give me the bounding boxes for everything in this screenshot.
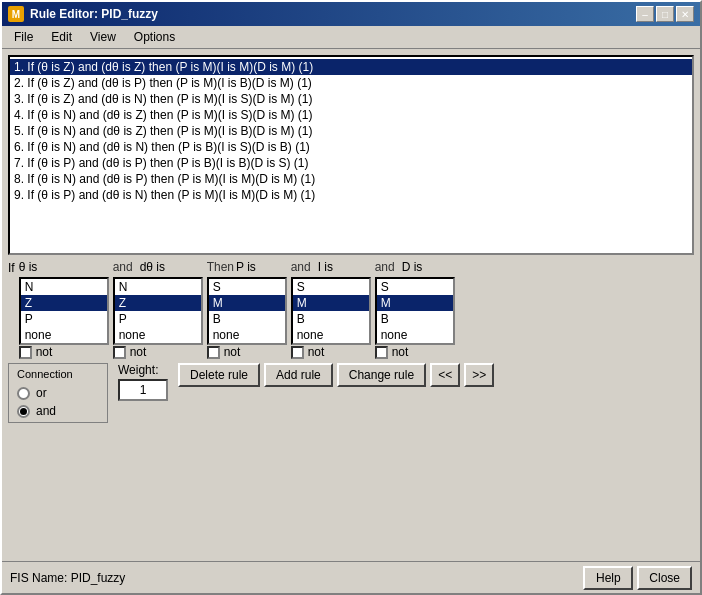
- listbox-item[interactable]: N: [21, 279, 107, 295]
- status-bar: FIS Name: PID_fuzzy Help Close: [2, 561, 700, 593]
- minimize-button[interactable]: –: [636, 6, 654, 22]
- app-icon: M: [8, 6, 24, 22]
- prev-button[interactable]: <<: [430, 363, 460, 387]
- connector-label-3: and: [291, 260, 316, 274]
- not-row-2: not: [207, 345, 287, 359]
- not-checkbox-0[interactable]: [19, 346, 32, 359]
- listbox-item[interactable]: S: [209, 279, 285, 295]
- menu-bar: File Edit View Options: [2, 26, 700, 49]
- fis-name-label: FIS Name: PID_fuzzy: [10, 571, 125, 585]
- listbox-item[interactable]: P: [115, 311, 201, 327]
- listbox-item[interactable]: none: [209, 327, 285, 343]
- connector-label-2: Then: [207, 260, 234, 274]
- condition-column-0: θ isNZPnonenot: [19, 259, 109, 359]
- rule-item[interactable]: 6. If (θ is N) and (dθ is N) then (P is …: [10, 139, 692, 155]
- listbox-item[interactable]: M: [293, 295, 369, 311]
- not-row-3: not: [291, 345, 371, 359]
- connection-box: Connection or and: [8, 363, 108, 423]
- menu-options[interactable]: Options: [126, 28, 183, 46]
- rule-item[interactable]: 4. If (θ is N) and (dθ is Z) then (P is …: [10, 107, 692, 123]
- radio-or[interactable]: [17, 387, 30, 400]
- menu-file[interactable]: File: [6, 28, 41, 46]
- listbox-item[interactable]: B: [377, 311, 453, 327]
- maximize-button[interactable]: □: [656, 6, 674, 22]
- if-label: If: [8, 261, 15, 275]
- var-label-4: D is: [402, 260, 423, 274]
- radio-or-label: or: [36, 386, 47, 400]
- weight-label: Weight:: [118, 363, 168, 377]
- add-rule-button[interactable]: Add rule: [264, 363, 333, 387]
- listbox-item[interactable]: M: [377, 295, 453, 311]
- listbox-item[interactable]: S: [293, 279, 369, 295]
- var-label-0: θ is: [19, 260, 38, 274]
- action-buttons: Delete rule Add rule Change rule << >>: [178, 363, 694, 387]
- listbox-item[interactable]: Z: [115, 295, 201, 311]
- listbox-item[interactable]: S: [377, 279, 453, 295]
- connector-label-1: and: [113, 260, 138, 274]
- rule-item[interactable]: 9. If (θ is P) and (dθ is N) then (P is …: [10, 187, 692, 203]
- rule-item[interactable]: 5. If (θ is N) and (dθ is Z) then (P is …: [10, 123, 692, 139]
- listbox-item[interactable]: Z: [21, 295, 107, 311]
- listbox-item[interactable]: P: [21, 311, 107, 327]
- rule-item[interactable]: 2. If (θ is Z) and (dθ is P) then (P is …: [10, 75, 692, 91]
- radio-and-label: and: [36, 404, 56, 418]
- listbox-item[interactable]: none: [293, 327, 369, 343]
- listbox-item[interactable]: none: [377, 327, 453, 343]
- rules-container: 1. If (θ is Z) and (dθ is Z) then (P is …: [8, 55, 694, 255]
- menu-view[interactable]: View: [82, 28, 124, 46]
- not-checkbox-4[interactable]: [375, 346, 388, 359]
- next-button[interactable]: >>: [464, 363, 494, 387]
- radio-or-row[interactable]: or: [17, 386, 99, 400]
- delete-rule-button[interactable]: Delete rule: [178, 363, 260, 387]
- help-button[interactable]: Help: [583, 566, 633, 590]
- menu-edit[interactable]: Edit: [43, 28, 80, 46]
- window-title: Rule Editor: PID_fuzzy: [30, 7, 158, 21]
- change-rule-button[interactable]: Change rule: [337, 363, 426, 387]
- var-label-2: P is: [236, 260, 256, 274]
- footer-buttons: Help Close: [583, 566, 692, 590]
- listbox-item[interactable]: B: [209, 311, 285, 327]
- not-row-0: not: [19, 345, 109, 359]
- listbox-4[interactable]: SMBnone: [375, 277, 455, 345]
- rule-item[interactable]: 8. If (θ is N) and (dθ is P) then (P is …: [10, 171, 692, 187]
- listbox-item[interactable]: none: [21, 327, 107, 343]
- listbox-item[interactable]: none: [115, 327, 201, 343]
- close-button[interactable]: ✕: [676, 6, 694, 22]
- condition-columns: θ isNZPnonenotanddθ isNZPnonenotThenP is…: [19, 259, 694, 359]
- not-label-2: not: [224, 345, 241, 359]
- radio-and-row[interactable]: and: [17, 404, 99, 418]
- listbox-item[interactable]: B: [293, 311, 369, 327]
- rule-item[interactable]: 1. If (θ is Z) and (dθ is Z) then (P is …: [10, 59, 692, 75]
- weight-input[interactable]: [118, 379, 168, 401]
- not-row-4: not: [375, 345, 455, 359]
- title-buttons: – □ ✕: [636, 6, 694, 22]
- condition-column-2: ThenP isSMBnonenot: [207, 259, 287, 359]
- listbox-2[interactable]: SMBnone: [207, 277, 287, 345]
- rules-list[interactable]: 1. If (θ is Z) and (dθ is Z) then (P is …: [10, 57, 692, 253]
- main-content: 1. If (θ is Z) and (dθ is Z) then (P is …: [2, 49, 700, 561]
- not-checkbox-1[interactable]: [113, 346, 126, 359]
- rule-item[interactable]: 3. If (θ is Z) and (dθ is N) then (P is …: [10, 91, 692, 107]
- rule-item[interactable]: 7. If (θ is P) and (dθ is P) then (P is …: [10, 155, 692, 171]
- not-checkbox-2[interactable]: [207, 346, 220, 359]
- var-label-1: dθ is: [140, 260, 165, 274]
- condition-column-3: andI isSMBnonenot: [291, 259, 371, 359]
- not-label-4: not: [392, 345, 409, 359]
- condition-column-4: andD isSMBnonenot: [375, 259, 455, 359]
- listbox-0[interactable]: NZPnone: [19, 277, 109, 345]
- listbox-item[interactable]: N: [115, 279, 201, 295]
- conditions-panel: If θ isNZPnonenotanddθ isNZPnonenotThenP…: [8, 259, 694, 359]
- bottom-controls: Connection or and Weight: Delete rule Ad…: [8, 363, 694, 423]
- weight-area: Weight:: [118, 363, 168, 401]
- not-checkbox-3[interactable]: [291, 346, 304, 359]
- radio-and[interactable]: [17, 405, 30, 418]
- listbox-item[interactable]: M: [209, 295, 285, 311]
- not-label-0: not: [36, 345, 53, 359]
- not-label-3: not: [308, 345, 325, 359]
- connection-title: Connection: [17, 368, 99, 380]
- listbox-3[interactable]: SMBnone: [291, 277, 371, 345]
- close-window-button[interactable]: Close: [637, 566, 692, 590]
- condition-column-1: anddθ isNZPnonenot: [113, 259, 203, 359]
- listbox-1[interactable]: NZPnone: [113, 277, 203, 345]
- not-row-1: not: [113, 345, 203, 359]
